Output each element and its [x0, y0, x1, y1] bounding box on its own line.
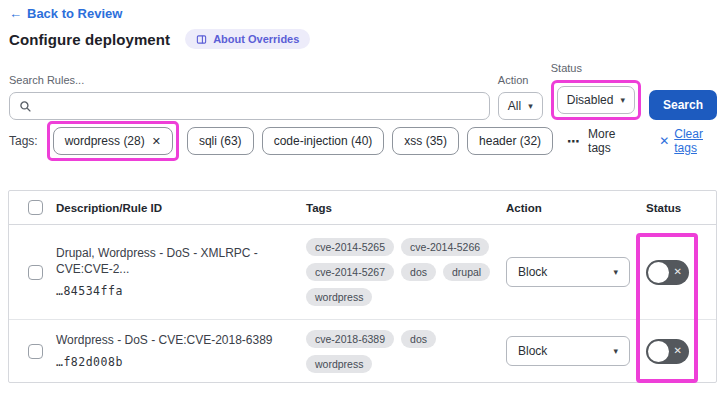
rules-table: Description/Rule ID Tags Action Status D… — [8, 190, 717, 383]
ellipsis-icon: ⋯ — [567, 134, 581, 149]
rule-id: …f82d008b — [56, 355, 294, 369]
action-select[interactable]: Block ▾ — [506, 336, 630, 366]
action-select-value: Block — [518, 265, 547, 279]
clear-icon: ✕ — [659, 134, 669, 148]
column-header-status: Status — [646, 202, 716, 214]
column-header-action: Action — [506, 202, 646, 214]
chevron-down-icon: ▾ — [613, 347, 618, 356]
select-all-checkbox[interactable] — [28, 200, 43, 215]
rule-description: Drupal, Wordpress - DoS - XMLRPC - CVE:C… — [56, 246, 294, 277]
back-arrow-icon: ← — [9, 6, 22, 21]
rule-tag-pill: cve-2014-5267 — [306, 263, 394, 281]
tags-bar: Tags: wordpress (28) ✕ sqli (63) code-in… — [9, 121, 725, 161]
toggle-x-icon: ✕ — [674, 346, 682, 356]
tag-chip-label: header (32) — [479, 134, 541, 148]
about-overrides-label: About Overrides — [213, 33, 299, 45]
tag-chip-label: xss (35) — [404, 134, 447, 148]
rule-tag-pill: drupal — [443, 263, 490, 281]
status-dropdown-highlight: Disabled ▾ — [551, 80, 641, 120]
tag-chip-label: code-injection (40) — [274, 134, 373, 148]
rule-tag-pill: cve-2018-6389 — [306, 330, 394, 348]
chevron-down-icon: ▾ — [613, 268, 618, 277]
title-row: Configure deployment About Overrides — [9, 29, 310, 49]
tags-bar-label: Tags: — [9, 134, 38, 148]
status-filter-group: Status Disabled ▾ — [551, 62, 641, 120]
back-to-review-link[interactable]: ← Back to Review — [9, 6, 122, 21]
clear-tags-button[interactable]: ✕ Clear tags — [659, 127, 725, 155]
column-header-tags: Tags — [306, 202, 506, 214]
rule-tags: cve-2018-6389 dos wordpress — [306, 330, 496, 373]
action-filter-label: Action — [498, 74, 543, 86]
rule-tag-pill: wordpress — [306, 288, 372, 306]
status-toggle-off[interactable]: ✕ — [646, 339, 689, 364]
rule-description: Wordpress - DoS - CVE:CVE-2018-6389 — [56, 333, 294, 349]
selected-tag-highlight: wordpress (28) ✕ — [47, 121, 179, 161]
rule-tag-pill: dos — [401, 263, 436, 281]
search-rules-label: Search Rules... — [9, 74, 490, 86]
rule-id: …84534ffa — [56, 284, 294, 298]
action-filter-group: Action All ▾ — [498, 74, 543, 120]
status-toggle-off[interactable]: ✕ — [646, 260, 689, 285]
action-dropdown[interactable]: All ▾ — [498, 92, 543, 120]
tag-chip-xss[interactable]: xss (35) — [392, 127, 459, 155]
page-title: Configure deployment — [9, 31, 170, 48]
rule-tag-pill: cve-2014-5265 — [306, 238, 394, 256]
book-icon — [196, 34, 207, 45]
tag-chip-header[interactable]: header (32) — [467, 127, 553, 155]
status-dropdown[interactable]: Disabled ▾ — [557, 86, 635, 114]
status-filter-label: Status — [551, 62, 641, 74]
back-link-label: Back to Review — [27, 6, 122, 21]
more-tags-button[interactable]: ⋯ More tags — [567, 127, 637, 155]
remove-tag-icon[interactable]: ✕ — [152, 135, 161, 148]
column-header-description: Description/Rule ID — [56, 202, 306, 214]
toggle-x-icon: ✕ — [674, 267, 682, 277]
rule-tags: cve-2014-5265 cve-2014-5266 cve-2014-526… — [306, 238, 496, 306]
tag-chip-wordpress[interactable]: wordpress (28) ✕ — [53, 127, 173, 155]
search-box[interactable] — [9, 92, 490, 120]
search-icon — [19, 100, 32, 113]
row-checkbox[interactable] — [28, 265, 43, 280]
toggle-knob — [648, 262, 669, 283]
configure-deployment-page: ← Back to Review Configure deployment Ab… — [0, 0, 725, 406]
action-select-value: Block — [518, 344, 547, 358]
status-dropdown-value: Disabled — [567, 93, 614, 107]
action-dropdown-value: All — [508, 99, 521, 113]
table-header-row: Description/Rule ID Tags Action Status — [9, 191, 716, 225]
filter-row: Search Rules... Action All ▾ Status — [9, 62, 717, 120]
search-group: Search Rules... — [9, 74, 490, 120]
chevron-down-icon: ▾ — [620, 96, 625, 105]
rule-tag-pill: cve-2014-5266 — [401, 238, 489, 256]
search-button[interactable]: Search — [649, 90, 717, 120]
table-row: Wordpress - DoS - CVE:CVE-2018-6389 …f82… — [9, 320, 716, 382]
clear-tags-label: Clear tags — [674, 127, 725, 155]
toggle-knob — [648, 341, 669, 362]
table-row: Drupal, Wordpress - DoS - XMLRPC - CVE:C… — [9, 225, 716, 320]
rule-tag-pill: dos — [401, 330, 436, 348]
row-checkbox[interactable] — [28, 344, 43, 359]
rule-tag-pill: wordpress — [306, 355, 372, 373]
tag-chip-label: sqli (63) — [199, 134, 242, 148]
chevron-down-icon: ▾ — [528, 102, 533, 111]
more-tags-label: More tags — [588, 127, 637, 155]
tag-chip-sqli[interactable]: sqli (63) — [187, 127, 254, 155]
action-select[interactable]: Block ▾ — [506, 257, 630, 287]
tag-chip-code-injection[interactable]: code-injection (40) — [262, 127, 385, 155]
tag-chip-label: wordpress (28) — [65, 134, 145, 148]
search-input[interactable] — [38, 99, 480, 113]
about-overrides-badge[interactable]: About Overrides — [185, 29, 310, 49]
